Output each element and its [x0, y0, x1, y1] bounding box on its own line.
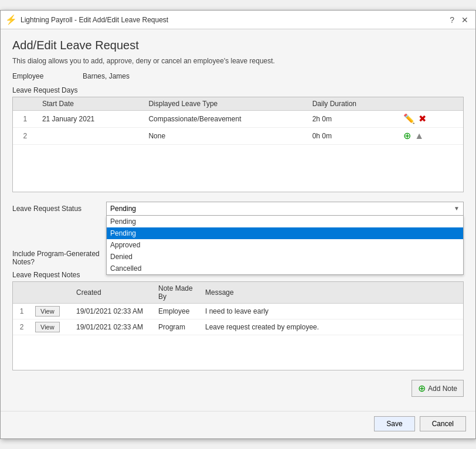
row-dur-2: 0h 0m — [308, 128, 398, 145]
row-start-2 — [38, 128, 144, 145]
edit-row-1-button[interactable]: ✏️ — [402, 113, 416, 125]
notes-row-msg-1: I need to leave early — [200, 303, 463, 319]
empty-row — [13, 145, 463, 192]
notes-row-created-2: 19/01/2021 02:33 AM — [72, 319, 154, 335]
employee-label: Employee — [12, 72, 83, 80]
employee-value: Barnes, James — [83, 72, 130, 80]
row-num-1: 1 — [13, 111, 38, 128]
dropdown-option-approved[interactable]: Approved — [107, 239, 463, 251]
add-note-label: Add Note — [428, 385, 457, 393]
leave-request-notes-table: Created Note Made By Message 1 View 19/0… — [12, 281, 464, 371]
notes-row-created-1: 19/01/2021 02:33 AM — [72, 303, 154, 319]
notes-row-num-1: 1 — [13, 303, 30, 319]
notes-row-num-2: 2 — [13, 319, 30, 335]
content-area: Add/Edit Leave Request This dialog allow… — [1, 29, 475, 409]
notes-col-header-view — [30, 282, 72, 304]
row-actions-2: ⊕ ▲ — [397, 128, 463, 145]
notes-col-header-num — [13, 282, 30, 304]
status-dropdown[interactable]: Pending — [106, 202, 464, 216]
app-icon: ⚡ — [5, 14, 17, 25]
help-button[interactable]: ? — [447, 16, 457, 24]
dropdown-option-pending-selected[interactable]: Pending — [107, 227, 463, 239]
notes-row-view-2: View — [30, 319, 72, 335]
notes-row: 2 View 19/01/2021 02:33 AM Program Leave… — [13, 319, 463, 335]
title-bar-left: ⚡ Lightning Payroll - Edit Add/Edit Leav… — [5, 14, 168, 25]
cancel-button[interactable]: Cancel — [420, 416, 466, 431]
add-note-button[interactable]: ⊕ Add Note — [412, 380, 464, 397]
employee-row: Employee Barnes, James — [12, 72, 464, 80]
add-row-button[interactable]: ⊕ — [402, 130, 412, 142]
status-dropdown-wrapper: Pending Pending Pending Approved Denied … — [106, 202, 464, 216]
row-dur-1: 2h 0m — [308, 111, 398, 128]
col-header-actions — [397, 97, 463, 111]
table-row: 2 None 0h 0m ⊕ ▲ — [13, 128, 463, 145]
notes-row-by-1: Employee — [154, 303, 200, 319]
dropdown-option-pending[interactable]: Pending — [107, 216, 463, 227]
col-header-start: Start Date — [38, 97, 144, 111]
row-type-1: Compassionate/Bereavement — [144, 111, 307, 128]
col-header-duration: Daily Duration — [308, 97, 398, 111]
title-bar: ⚡ Lightning Payroll - Edit Add/Edit Leav… — [1, 11, 475, 29]
notes-row-msg-2: Leave request created by employee. — [200, 319, 463, 335]
title-bar-text: Lightning Payroll - Edit Add/Edit Leave … — [21, 16, 168, 24]
status-dropdown-list: Pending Pending Approved Denied Cancelle… — [106, 216, 464, 275]
leave-request-days-label: Leave Request Days — [12, 86, 464, 94]
row-type-2: None — [144, 128, 307, 145]
bottom-buttons: Save Cancel — [1, 411, 475, 438]
notes-row-by-2: Program — [154, 319, 200, 335]
dropdown-option-cancelled[interactable]: Cancelled — [107, 263, 463, 274]
col-header-type: Displayed Leave Type — [144, 97, 307, 111]
include-notes-label: Include Program-Generated Notes? — [12, 250, 106, 266]
row-num-2: 2 — [13, 128, 38, 145]
footer-row: ⊕ Add Note — [12, 375, 464, 399]
main-window: ⚡ Lightning Payroll - Edit Add/Edit Leav… — [0, 10, 476, 439]
title-bar-controls: ? ✕ — [447, 16, 471, 24]
notes-col-header-msg: Message — [200, 282, 463, 304]
notes-row: 1 View 19/01/2021 02:33 AM Employee I ne… — [13, 303, 463, 319]
status-selected: Pending — [110, 205, 136, 213]
delete-row-1-button[interactable]: ✖ — [417, 113, 427, 125]
save-button[interactable]: Save — [374, 416, 414, 431]
status-row: Leave Request Status Pending Pending Pen… — [12, 202, 464, 216]
page-description: This dialog allows you to add, approve, … — [12, 57, 464, 65]
close-button[interactable]: ✕ — [459, 16, 471, 24]
notes-row-view-1: View — [30, 303, 72, 319]
table-row: 1 21 January 2021 Compassionate/Bereavem… — [13, 111, 463, 128]
row-actions-1: ✏️ ✖ — [397, 111, 463, 128]
notes-col-header-by: Note Made By — [154, 282, 200, 304]
view-note-2-button[interactable]: View — [35, 322, 60, 332]
leave-request-days-table: Start Date Displayed Leave Type Daily Du… — [12, 97, 464, 192]
col-header-num — [13, 97, 38, 111]
notes-col-header-created: Created — [72, 282, 154, 304]
status-label: Leave Request Status — [12, 205, 106, 213]
add-note-icon: ⊕ — [418, 383, 426, 394]
row-start-1: 21 January 2021 — [38, 111, 144, 128]
dropdown-option-denied[interactable]: Denied — [107, 251, 463, 263]
notes-empty-row — [13, 335, 463, 370]
view-note-1-button[interactable]: View — [35, 306, 60, 317]
up-row-button[interactable]: ▲ — [413, 130, 425, 142]
page-title: Add/Edit Leave Request — [12, 39, 464, 52]
